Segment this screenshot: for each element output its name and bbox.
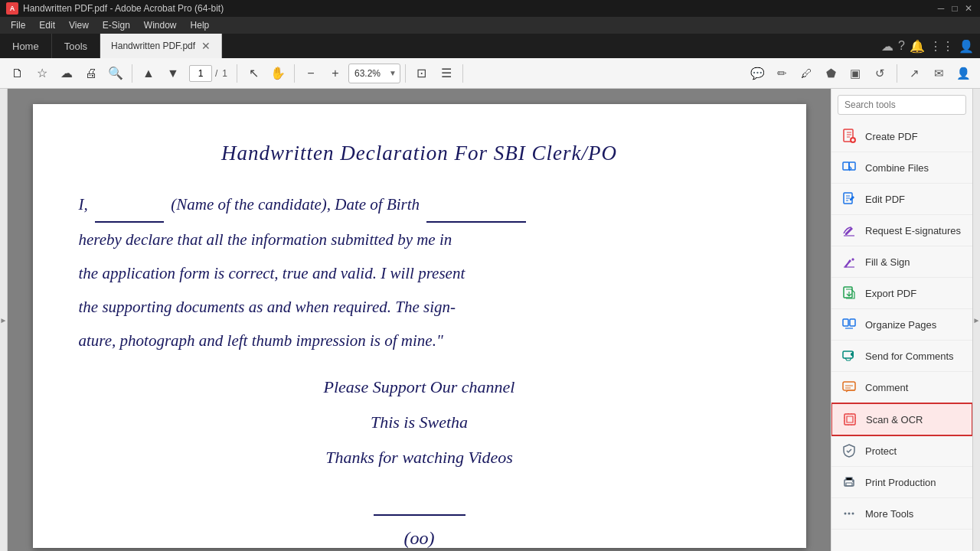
- stamp-tool-btn[interactable]: ⬟: [820, 63, 841, 84]
- tool-organize-pages[interactable]: Organize Pages: [831, 309, 972, 341]
- tool-export-pdf[interactable]: Export PDF: [831, 278, 972, 309]
- draw-tool-btn[interactable]: ✏: [771, 63, 792, 84]
- send-email-btn[interactable]: ✉: [928, 63, 949, 84]
- request-esignatures-label: Request E-signatures: [865, 225, 961, 236]
- apps-icon[interactable]: ⋮⋮: [929, 39, 954, 54]
- share-btn[interactable]: ↗: [903, 63, 925, 84]
- zoom-out-btn[interactable]: −: [299, 62, 322, 85]
- svg-rect-6: [843, 319, 848, 326]
- redact-tool-btn[interactable]: ▣: [844, 63, 866, 84]
- window-controls[interactable]: ─ □ ✕: [936, 3, 974, 14]
- tool-create-pdf[interactable]: Create PDF: [831, 121, 972, 152]
- protect-icon: [841, 442, 858, 459]
- print-btn[interactable]: 🖨: [80, 62, 103, 85]
- maximize-btn[interactable]: □: [949, 3, 960, 14]
- acrobat-online-icon[interactable]: ☁: [881, 39, 893, 54]
- tool-more-tools[interactable]: More Tools: [831, 498, 972, 530]
- right-panel-collapse[interactable]: ►: [972, 89, 980, 551]
- tab-home[interactable]: Home: [0, 34, 52, 58]
- organize-pages-icon: [841, 316, 858, 333]
- toolbar: 🗋 ☆ ☁ 🖨 🔍 ▲ ▼ / 1 ↖ ✋ − + 63.2% ▼ ⊡ ☰ 💬 …: [0, 58, 980, 89]
- combine-files-icon: [841, 159, 858, 176]
- pdf-footer: Please Support Our channel This is Sweth…: [79, 370, 760, 551]
- tab-tools[interactable]: Tools: [52, 34, 100, 58]
- zoom-in-btn[interactable]: +: [324, 62, 347, 85]
- pdf-area: Handwritten Declaration For SBI Clerk/PO…: [8, 89, 831, 551]
- svg-rect-7: [850, 319, 855, 326]
- zoom-dropdown-arrow[interactable]: ▼: [386, 69, 400, 77]
- tool-fill-sign[interactable]: Fill & Sign: [831, 246, 972, 278]
- export-pdf-label: Export PDF: [865, 288, 916, 299]
- fit-page-btn[interactable]: ⊡: [410, 62, 433, 85]
- fill-sign-label: Fill & Sign: [865, 256, 910, 268]
- menu-file[interactable]: File: [5, 18, 31, 32]
- minimize-btn[interactable]: ─: [936, 3, 946, 14]
- title-bar-left: A Handwritten PDF.pdf - Adobe Acrobat Pr…: [6, 2, 224, 15]
- tool-protect[interactable]: Protect: [831, 435, 972, 467]
- bookmark-btn[interactable]: ☆: [31, 62, 54, 85]
- page-total: 1: [222, 68, 227, 79]
- create-pdf-label: Create PDF: [865, 131, 918, 142]
- pdf-content: Handwritten Declaration For SBI Clerk/PO…: [79, 135, 760, 551]
- menu-help[interactable]: Help: [185, 18, 216, 32]
- scroll-mode-btn[interactable]: ☰: [435, 62, 458, 85]
- menu-view[interactable]: View: [63, 18, 95, 32]
- menu-window[interactable]: Window: [138, 18, 183, 32]
- svg-point-13: [852, 481, 854, 482]
- comment-tool-btn[interactable]: 💬: [746, 63, 768, 84]
- right-tools-panel: Create PDF Combine Files E: [831, 89, 972, 551]
- fill-sign-icon: [841, 253, 858, 270]
- avatar-icon[interactable]: 👤: [959, 39, 974, 54]
- save-online-btn[interactable]: ☁: [55, 62, 78, 85]
- title-bar: A Handwritten PDF.pdf - Adobe Acrobat Pr…: [0, 0, 980, 17]
- next-page-btn[interactable]: ▼: [162, 62, 185, 85]
- scan-ocr-label: Scan & OCR: [866, 414, 923, 425]
- cursor-tool-btn[interactable]: ↖: [242, 62, 265, 85]
- svg-point-15: [848, 513, 851, 515]
- search-btn[interactable]: 🔍: [104, 62, 127, 85]
- menu-bar: File Edit View E-Sign Window Help: [0, 17, 980, 34]
- menu-edit[interactable]: Edit: [33, 18, 61, 32]
- combine-files-label: Combine Files: [865, 162, 929, 174]
- sep6: [897, 64, 897, 83]
- sep2: [237, 64, 237, 83]
- highlight-tool-btn[interactable]: 🖊: [795, 63, 817, 84]
- page-nav: / 1: [189, 65, 229, 82]
- svg-rect-3: [849, 162, 855, 170]
- search-tools-input[interactable]: [838, 95, 966, 115]
- left-panel-collapse[interactable]: ►: [0, 89, 8, 551]
- organize-pages-label: Organize Pages: [865, 319, 936, 331]
- undo-btn[interactable]: ↺: [869, 63, 890, 84]
- hand-tool-btn[interactable]: ✋: [266, 62, 289, 85]
- sep3: [294, 64, 295, 83]
- print-production-icon: [841, 474, 858, 491]
- new-file-btn[interactable]: 🗋: [6, 62, 29, 85]
- prev-page-btn[interactable]: ▲: [137, 62, 160, 85]
- window-title: Handwritten PDF.pdf - Adobe Acrobat Pro …: [23, 3, 224, 14]
- edit-pdf-label: Edit PDF: [865, 194, 905, 205]
- create-pdf-icon: [841, 128, 858, 145]
- svg-point-14: [844, 513, 847, 515]
- export-pdf-icon: [841, 285, 858, 302]
- notification-icon[interactable]: 🔔: [910, 39, 925, 54]
- page-number-input[interactable]: [189, 65, 212, 82]
- tool-combine-files[interactable]: Combine Files: [831, 152, 972, 184]
- main-layout: ► Handwritten Declaration For SBI Clerk/…: [0, 89, 980, 551]
- tool-send-for-comments[interactable]: Send for Comments: [831, 341, 972, 372]
- tool-scan-ocr[interactable]: Scan & OCR: [831, 403, 972, 436]
- app-icon: A: [6, 2, 18, 15]
- tool-request-esignatures[interactable]: Request E-signatures: [831, 215, 972, 246]
- svg-rect-5: [844, 287, 852, 298]
- name-underline: [95, 187, 164, 223]
- pdf-title: Handwritten Declaration For SBI Clerk/PO: [79, 135, 760, 172]
- help-icon[interactable]: ?: [898, 39, 905, 53]
- close-btn[interactable]: ✕: [963, 3, 974, 14]
- tool-comment[interactable]: Comment: [831, 372, 972, 403]
- tab-close-btn[interactable]: ✕: [201, 41, 211, 51]
- tool-print-production[interactable]: Print Production: [831, 467, 972, 498]
- tool-edit-pdf[interactable]: Edit PDF: [831, 184, 972, 215]
- comment-icon: [841, 379, 858, 396]
- find-contact-btn[interactable]: 👤: [952, 63, 974, 84]
- menu-esign[interactable]: E-Sign: [96, 18, 136, 32]
- tab-active-file[interactable]: Handwritten PDF.pdf ✕: [100, 34, 222, 58]
